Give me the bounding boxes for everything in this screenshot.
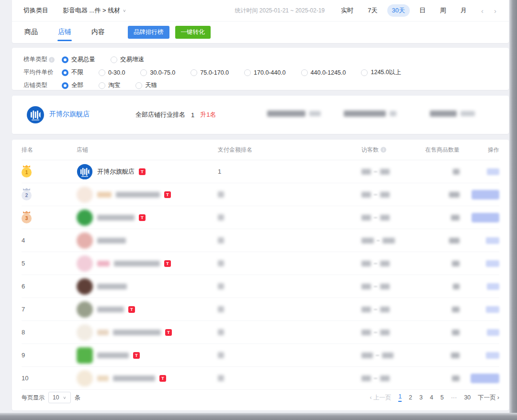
time-filter-30天[interactable]: 30天 xyxy=(387,4,410,17)
per-page-select[interactable]: 10 ∨ xyxy=(48,392,71,403)
products-cell xyxy=(395,261,460,266)
action-button-blur[interactable] xyxy=(487,283,499,290)
radio-icon[interactable] xyxy=(140,69,147,76)
shop-cell: T xyxy=(77,370,218,387)
visitors-blur xyxy=(380,376,390,381)
radio-option[interactable]: 交易增速 xyxy=(111,55,144,64)
shop-name-blur xyxy=(113,376,155,381)
time-filter-日[interactable]: 日 xyxy=(415,4,430,17)
pay-rank-blur xyxy=(218,237,224,243)
products-cell xyxy=(395,215,460,221)
page-1[interactable]: 1 xyxy=(398,393,402,402)
shop-avatar-blur xyxy=(77,187,93,203)
radio-option[interactable]: 淘宝 xyxy=(99,81,120,89)
page-3[interactable]: 3 xyxy=(419,394,423,401)
shop-avatar-blur xyxy=(77,347,93,364)
action-button-blur[interactable] xyxy=(486,306,499,313)
page-2[interactable]: 2 xyxy=(409,394,412,401)
range-dash xyxy=(376,355,379,356)
radio-icon[interactable] xyxy=(99,69,105,76)
brand-ranking-button[interactable]: 品牌排行榜 xyxy=(128,26,169,39)
radio-icon[interactable] xyxy=(111,56,117,63)
radio-option[interactable]: 75.0-170.0 xyxy=(191,69,229,76)
prev-page-button[interactable]: ‹ 上一页 xyxy=(370,394,391,402)
visitors-cell xyxy=(361,215,395,221)
time-filter-实时[interactable]: 实时 xyxy=(336,4,358,17)
pager-controls: ‹ 上一页 12345···30 下一页 › xyxy=(370,393,499,402)
filter-options: 交易总量交易增速 xyxy=(62,55,144,64)
radio-option[interactable]: 0-30.0 xyxy=(99,69,125,76)
shop-name-blur xyxy=(97,307,124,312)
visitors-blur xyxy=(382,353,393,358)
time-filter-7天[interactable]: 7天 xyxy=(363,4,382,17)
radio-icon[interactable] xyxy=(191,69,197,76)
radio-option[interactable]: 30.0-75.0 xyxy=(140,69,175,76)
radio-icon[interactable] xyxy=(135,82,142,89)
prev-period-icon[interactable]: ‹ xyxy=(480,7,484,15)
visitors-cell xyxy=(361,169,395,175)
action-button-blur[interactable] xyxy=(486,260,499,267)
shop-name[interactable]: 开博尔旗舰店 xyxy=(97,167,135,176)
shop-cell: T xyxy=(77,210,218,226)
products-cell xyxy=(395,376,460,381)
page-4[interactable]: 4 xyxy=(430,394,433,401)
radio-label: 75.0-170.0 xyxy=(200,69,229,76)
tmall-badge-icon: T xyxy=(139,168,146,175)
medal-silver-icon: 2 xyxy=(22,190,32,200)
range-dash xyxy=(374,286,377,287)
pager-pages: 12345···30 xyxy=(398,393,471,402)
tab-内容[interactable]: 内容 xyxy=(91,22,105,43)
one-key-convert-button[interactable]: 一键转化 xyxy=(175,26,211,39)
tab-商品[interactable]: 商品 xyxy=(24,22,38,43)
next-page-button[interactable]: 下一页 › xyxy=(478,394,499,402)
radio-icon[interactable] xyxy=(62,82,68,89)
summary-shop-name[interactable]: 开博尔旗舰店 xyxy=(49,110,90,119)
radio-icon[interactable] xyxy=(62,56,68,63)
products-cell xyxy=(395,192,460,198)
radio-icon[interactable] xyxy=(62,69,68,76)
shop-name-blur xyxy=(97,376,109,381)
medal-bronze-icon: 3 xyxy=(22,213,32,223)
products-cell xyxy=(395,330,460,335)
radio-option[interactable]: 170.0-440.0 xyxy=(244,69,286,76)
chevron-down-icon: ∨ xyxy=(123,9,126,13)
radio-option[interactable]: 440.0-1245.0 xyxy=(301,69,346,76)
action-cell xyxy=(460,237,499,244)
radio-icon[interactable] xyxy=(361,69,368,76)
action-button-blur[interactable] xyxy=(486,237,499,244)
radio-option[interactable]: 天猫 xyxy=(135,81,157,89)
pay-rank-cell xyxy=(218,375,361,381)
visitors-cell xyxy=(361,238,395,243)
time-controls: 统计时间 2025-01-21 ~ 2025-02-19 实时7天30天日周月 … xyxy=(235,4,497,17)
info-icon: i xyxy=(381,147,386,153)
tab-店铺[interactable]: 店铺 xyxy=(58,22,71,43)
action-cell xyxy=(460,190,499,199)
table-row: 2T xyxy=(22,183,499,206)
radio-option[interactable]: 交易总量 xyxy=(62,55,95,64)
stat-value-blur xyxy=(267,111,305,117)
time-filter-周[interactable]: 周 xyxy=(435,4,451,17)
action-button-blur[interactable] xyxy=(471,374,499,383)
switch-category-link[interactable]: 切换类目 xyxy=(23,6,48,15)
kaiboer-logo-icon xyxy=(77,164,93,180)
radio-icon[interactable] xyxy=(99,82,105,89)
page-30[interactable]: 30 xyxy=(464,394,471,401)
radio-icon[interactable] xyxy=(301,69,308,76)
action-button-blur[interactable] xyxy=(486,352,499,359)
time-filter-月[interactable]: 月 xyxy=(456,4,472,17)
action-button-blur[interactable] xyxy=(472,213,499,222)
shop-cell: T xyxy=(77,347,218,364)
visitors-cell xyxy=(361,284,395,289)
action-button-blur[interactable] xyxy=(487,329,499,336)
radio-icon[interactable] xyxy=(244,69,251,76)
radio-option[interactable]: 全部 xyxy=(62,81,83,89)
next-period-icon[interactable]: › xyxy=(493,7,497,15)
radio-option[interactable]: 不限 xyxy=(62,68,83,77)
radio-option[interactable]: 1245.0以上 xyxy=(361,68,401,77)
action-button-blur[interactable] xyxy=(472,190,499,199)
pay-rank-cell xyxy=(218,306,361,312)
category-bar: 切换类目 影音电器 ...件 > 线材 ∨ 统计时间 2025-01-21 ~ … xyxy=(12,0,509,22)
category-path-dropdown[interactable]: 影音电器 ...件 > 线材 ∨ xyxy=(63,6,126,15)
page-5[interactable]: 5 xyxy=(440,394,444,401)
action-button-blur[interactable] xyxy=(487,168,499,175)
